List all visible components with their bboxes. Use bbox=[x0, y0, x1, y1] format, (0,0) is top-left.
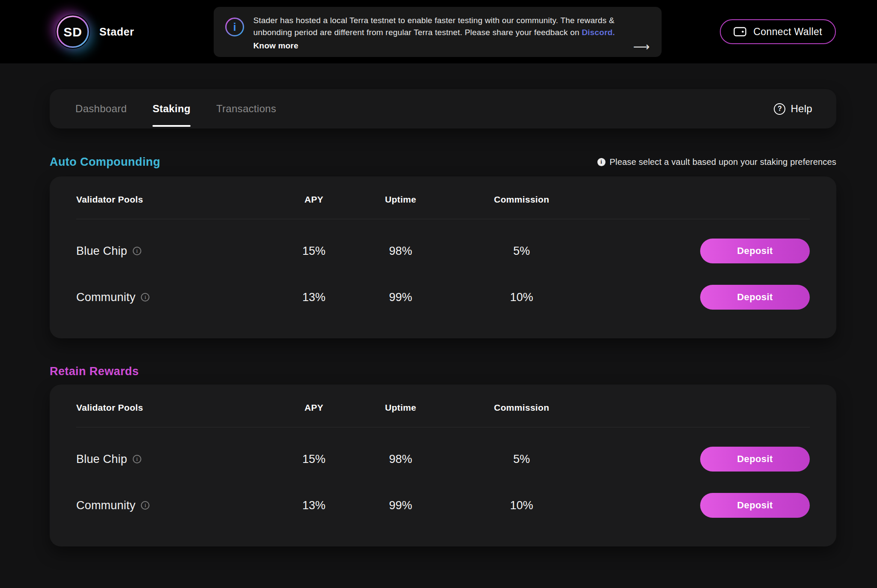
testnet-banner: i Stader has hosted a local Terra testne… bbox=[214, 7, 662, 57]
uptime-value: 98% bbox=[350, 453, 451, 466]
retain-rewards-table: Validator Pools APY Uptime Commission Bl… bbox=[50, 385, 836, 546]
pool-name-cell: Community i bbox=[76, 291, 277, 304]
tab-bar: Dashboard Staking Transactions ? Help bbox=[50, 89, 836, 128]
column-header-apy: APY bbox=[277, 194, 350, 205]
uptime-value: 98% bbox=[350, 245, 451, 258]
table-header-row: Validator Pools APY Uptime Commission bbox=[76, 403, 810, 427]
page-content: Dashboard Staking Transactions ? Help Au… bbox=[0, 89, 877, 546]
table-row: Blue Chip i 15% 98% 5% Deposit bbox=[76, 436, 810, 482]
connect-wallet-label: Connect Wallet bbox=[753, 26, 822, 38]
svg-text:SD: SD bbox=[63, 25, 82, 39]
apy-value: 15% bbox=[277, 245, 350, 258]
pool-name-cell: Blue Chip i bbox=[76, 453, 277, 466]
tab-staking[interactable]: Staking bbox=[152, 89, 191, 128]
pool-info-icon[interactable]: i bbox=[141, 501, 149, 510]
discord-link[interactable]: Discord. bbox=[582, 28, 615, 37]
banner-text-block: Stader has hosted a local Terra testnet … bbox=[253, 15, 650, 51]
commission-value: 5% bbox=[451, 453, 592, 466]
wallet-icon bbox=[734, 27, 746, 37]
table-row: Community i 13% 99% 10% Deposit bbox=[76, 482, 810, 528]
uptime-value: 99% bbox=[350, 499, 451, 512]
column-header-validator-pools: Validator Pools bbox=[76, 194, 277, 205]
table-header-row: Validator Pools APY Uptime Commission bbox=[76, 194, 810, 219]
column-header-uptime: Uptime bbox=[350, 403, 451, 413]
pool-name: Community bbox=[76, 291, 135, 304]
connect-wallet-button[interactable]: Connect Wallet bbox=[720, 19, 836, 44]
tabs: Dashboard Staking Transactions bbox=[75, 89, 276, 128]
pool-info-icon[interactable]: i bbox=[141, 293, 149, 301]
stader-logo[interactable]: SD bbox=[56, 15, 90, 49]
stader-logo-icon: SD bbox=[56, 15, 90, 49]
pool-info-icon[interactable]: i bbox=[133, 247, 141, 255]
auto-compounding-header: Auto Compounding i Please select a vault… bbox=[50, 155, 836, 169]
vault-selection-note: i Please select a vault based upon your … bbox=[597, 157, 837, 167]
help-label: Help bbox=[790, 103, 812, 115]
apy-value: 13% bbox=[277, 291, 350, 304]
info-circle-icon: i bbox=[225, 17, 245, 51]
column-header-validator-pools: Validator Pools bbox=[76, 403, 277, 413]
vault-selection-note-text: Please select a vault based upon your st… bbox=[610, 157, 837, 167]
deposit-button[interactable]: Deposit bbox=[700, 285, 810, 310]
deposit-button[interactable]: Deposit bbox=[700, 239, 810, 263]
tab-dashboard[interactable]: Dashboard bbox=[75, 89, 127, 128]
apy-value: 15% bbox=[277, 453, 350, 466]
apy-value: 13% bbox=[277, 499, 350, 512]
column-header-commission: Commission bbox=[451, 194, 592, 205]
commission-value: 10% bbox=[451, 291, 592, 304]
svg-text:i: i bbox=[233, 21, 236, 33]
section-title-auto-compounding: Auto Compounding bbox=[50, 155, 160, 169]
deposit-button[interactable]: Deposit bbox=[700, 447, 810, 472]
banner-message: Stader has hosted a local Terra testnet … bbox=[253, 15, 650, 39]
commission-value: 5% bbox=[451, 245, 592, 258]
pool-name-cell: Blue Chip i bbox=[76, 245, 277, 258]
help-button[interactable]: ? Help bbox=[774, 103, 812, 115]
info-filled-icon: i bbox=[597, 158, 606, 166]
table-row: Community i 13% 99% 10% Deposit bbox=[76, 274, 810, 320]
pool-name: Blue Chip bbox=[76, 245, 127, 258]
column-header-commission: Commission bbox=[451, 403, 592, 413]
pool-name-cell: Community i bbox=[76, 499, 277, 512]
banner-message-text: Stader has hosted a local Terra testnet … bbox=[253, 16, 614, 37]
arrow-right-icon[interactable]: ⟶ bbox=[633, 41, 650, 53]
question-mark-icon: ? bbox=[774, 103, 785, 115]
tab-transactions[interactable]: Transactions bbox=[216, 89, 276, 128]
uptime-value: 99% bbox=[350, 291, 451, 304]
column-header-uptime: Uptime bbox=[350, 194, 451, 205]
pool-info-icon[interactable]: i bbox=[133, 455, 141, 463]
know-more-link[interactable]: Know more bbox=[253, 41, 650, 51]
commission-value: 10% bbox=[451, 499, 592, 512]
top-header: SD Stader i Stader has hosted a local Te… bbox=[0, 0, 877, 63]
pool-name: Community bbox=[76, 499, 135, 512]
pool-name: Blue Chip bbox=[76, 453, 127, 466]
auto-compounding-table: Validator Pools APY Uptime Commission Bl… bbox=[50, 176, 836, 338]
brand-name: Stader bbox=[99, 26, 134, 38]
section-title-retain-rewards: Retain Rewards bbox=[50, 365, 139, 378]
column-header-apy: APY bbox=[277, 403, 350, 413]
table-row: Blue Chip i 15% 98% 5% Deposit bbox=[76, 228, 810, 274]
deposit-button[interactable]: Deposit bbox=[700, 493, 810, 518]
retain-rewards-header: Retain Rewards bbox=[50, 364, 836, 378]
